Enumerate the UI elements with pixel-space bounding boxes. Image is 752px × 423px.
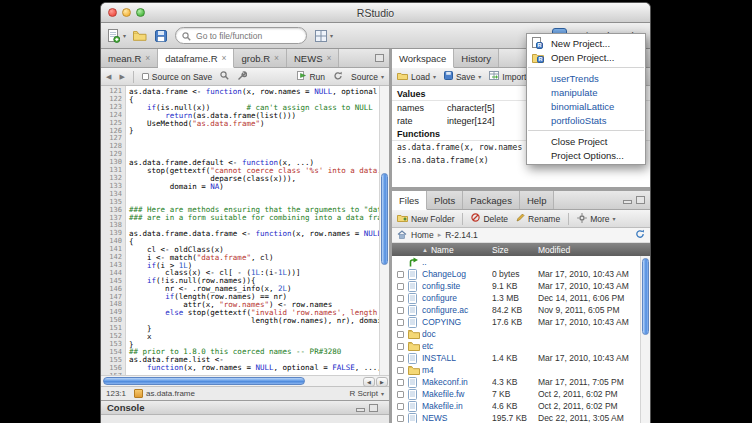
minimize-button[interactable] [122,8,131,17]
file-row[interactable]: ChangeLog0 bytesMar 17, 2010, 10:43 AM [392,268,640,280]
file-checkbox[interactable] [397,319,404,326]
panes-layout-button[interactable]: ▾ [314,29,333,43]
open-file-button[interactable] [133,29,147,43]
scrollbar-thumb[interactable] [381,173,388,265]
tab-grob-r[interactable]: grob.R× [234,49,286,67]
file-row[interactable]: COPYING17.6 KBMar 17, 2010, 10:43 AM [392,316,640,328]
editor-horizontal-scrollbar[interactable]: ◀▶ [101,375,389,386]
column-header-name[interactable]: ▲Name [392,245,492,255]
file-checkbox[interactable] [397,403,404,410]
file-checkbox[interactable] [397,271,404,278]
code-line[interactable]: ### are in a form suitable for combining… [129,214,389,222]
close-button[interactable] [108,8,117,17]
file-checkbox[interactable] [397,343,404,350]
file-name-link[interactable]: NEWS [422,413,492,423]
new-folder-button[interactable]: New Folder [397,213,454,224]
file-checkbox[interactable] [397,355,404,362]
file-row[interactable]: .. [392,256,640,268]
file-name-link[interactable]: doc [422,329,492,339]
more-button[interactable]: More▾ [577,213,615,225]
function-scope-selector[interactable]: as.data.frame [134,389,195,398]
file-name-link[interactable]: etc [422,341,492,351]
delete-button[interactable]: Delete [471,213,508,224]
minimize-pane-icon[interactable] [623,200,632,204]
new-file-button[interactable]: ▾ [107,29,126,43]
menu-item-recent-project-binomiallattice[interactable]: binomialLattice [527,99,645,113]
menu-item-close-project[interactable]: Close Project [527,134,645,148]
breadcrumb-home-link[interactable]: Home [411,230,434,240]
file-name-link[interactable]: ChangeLog [422,269,492,279]
menu-item-recent-project-portfoliostats[interactable]: portfolioStats [527,113,645,127]
tab-help[interactable]: Help [520,191,555,209]
file-checkbox[interactable] [397,283,404,290]
file-type-label[interactable]: R Script [350,389,378,398]
file-row[interactable]: NEWS195.7 KBDec 22, 2011, 3:05 AM [392,412,640,423]
refresh-icon[interactable] [635,229,645,241]
file-name-link[interactable]: INSTALL [422,353,492,363]
file-row[interactable]: m4 [392,364,640,376]
wrench-icon[interactable] [237,71,247,83]
code-line[interactable]: as.data.frame <- function(x, row.names =… [129,88,389,96]
code-area[interactable]: 1211221231241251261271281291301311321331… [101,86,389,375]
file-checkbox[interactable] [397,391,404,398]
menu-item-project-options[interactable]: Project Options... [527,148,645,162]
close-icon[interactable]: × [274,54,279,63]
back-icon[interactable]: ◀ [106,73,111,81]
close-icon[interactable]: × [222,54,227,63]
source-on-save-toggle[interactable]: Source on Save [142,72,212,82]
file-checkbox[interactable] [397,307,404,314]
editor-code[interactable]: as.data.frame <- function(x, row.names =… [126,86,389,375]
console-body[interactable] [101,415,389,423]
titlebar[interactable]: RStudio [101,3,650,23]
editor-vertical-scrollbar[interactable] [379,86,389,375]
tab-news[interactable]: NEWS× [287,49,339,67]
tab-plots[interactable]: Plots [427,191,463,209]
load-workspace-button[interactable]: Load▾ [397,71,436,82]
goto-file-search[interactable] [175,27,307,44]
source-button[interactable]: Source▾ [351,72,384,82]
file-checkbox[interactable] [397,415,404,422]
popout-pane-icon[interactable] [375,54,384,62]
file-name-link[interactable]: Makefile.in [422,401,492,411]
rerun-icon[interactable] [333,71,343,83]
menu-item-open-project[interactable]: R Open Project... [527,50,645,64]
file-row[interactable]: Makefile.in4.6 KBOct 2, 2011, 6:02 PM [392,400,640,412]
breadcrumb-dir-link[interactable]: R-2.14.1 [445,230,478,240]
file-row[interactable]: configure.ac84.2 KBNov 9, 2011, 6:05 PM [392,304,640,316]
tab-files[interactable]: Files [392,191,427,210]
tab-dataframe-r[interactable]: dataframe.R× [158,49,234,68]
close-icon[interactable]: × [145,54,150,63]
file-row[interactable]: Makefile.fw7 KBOct 2, 2011, 6:02 PM [392,388,640,400]
file-name-link[interactable]: config.site [422,281,492,291]
minimize-pane-icon[interactable] [356,408,365,412]
code-line[interactable] [129,143,389,151]
maximize-pane-icon[interactable] [369,404,378,412]
code-line[interactable]: domain = NA) [129,183,389,191]
file-checkbox[interactable] [397,367,404,374]
menu-item-recent-project-usertrends[interactable]: userTrends [527,71,645,85]
code-line[interactable] [129,191,389,199]
file-row[interactable]: etc [392,340,640,352]
maximize-pane-icon[interactable] [636,196,645,204]
file-row[interactable]: configure1.3 MBDec 14, 2011, 6:06 PM [392,292,640,304]
scrollbar-thumb[interactable] [103,377,305,385]
save-button[interactable] [154,29,168,43]
files-vertical-scrollbar[interactable] [640,256,650,423]
scroll-left-icon[interactable]: ◀ [363,377,375,387]
code-line[interactable]: function(x, row.names = NULL, optional =… [129,364,389,372]
forward-icon[interactable]: ▶ [119,73,124,81]
save-workspace-button[interactable]: Save▾ [444,71,481,82]
console-header[interactable]: Console [101,400,389,415]
close-icon[interactable]: × [326,54,331,63]
scrollbar-thumb[interactable] [642,258,649,335]
code-line[interactable]: x [129,333,389,341]
rename-button[interactable]: Rename [516,213,560,224]
file-checkbox[interactable] [397,379,404,386]
menu-item-new-project[interactable]: R New Project... [527,36,645,50]
file-checkbox[interactable] [397,295,404,302]
code-line[interactable]: as.data.frame.data.frame <- function(x, … [129,230,389,238]
code-line[interactable] [129,135,389,143]
file-row[interactable]: INSTALL1.4 KBMar 17, 2010, 10:43 AM [392,352,640,364]
file-row[interactable]: config.site9.1 KBMar 17, 2010, 10:43 AM [392,280,640,292]
run-button[interactable]: Run [297,71,325,82]
